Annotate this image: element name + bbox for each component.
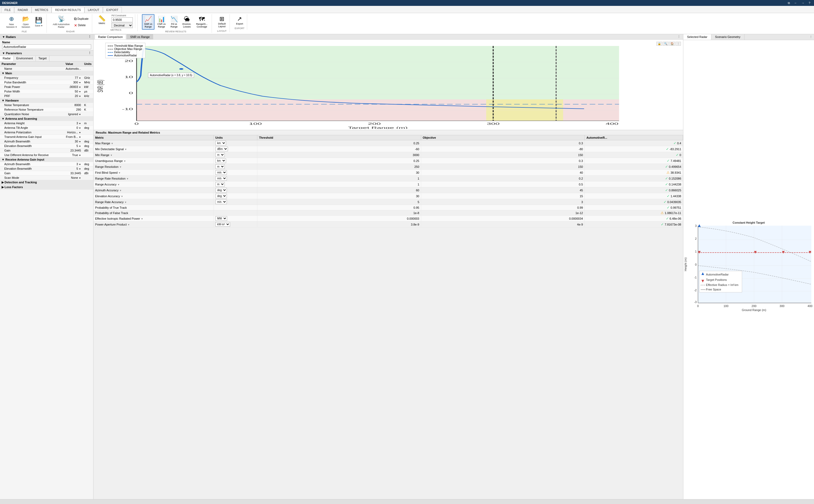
units-select[interactable]: deg xyxy=(215,194,227,198)
add-automotive-radar-button[interactable]: 📡 Add AutomotiveRadar xyxy=(51,14,72,30)
units-select[interactable]: km xyxy=(215,158,226,163)
tab-scenario-geometry[interactable]: Scenario Geometry xyxy=(711,34,745,40)
metric-dropdown[interactable]: ▼ xyxy=(110,154,113,157)
units-select[interactable]: m xyxy=(215,153,225,157)
metric-dropdown[interactable]: ▼ xyxy=(141,218,143,220)
chart-ctrl-4[interactable]: ⋮ xyxy=(676,42,681,46)
units-select[interactable]: m/s xyxy=(215,200,227,204)
param-group-receive-antenna-gain-input[interactable]: ▼ Receive Antenna Gain Input xyxy=(0,157,93,162)
dropdown-arrow[interactable]: ▼ xyxy=(79,177,81,179)
snr-vs-range-button[interactable]: 📈 SNR vsRange xyxy=(142,14,154,30)
dropdown-arrow[interactable]: ▼ xyxy=(79,154,81,157)
tab-review-results[interactable]: REVIEW RESULTS xyxy=(52,7,84,13)
back-btn[interactable]: ← xyxy=(793,1,799,5)
dropdown-arrow[interactable]: ▼ xyxy=(79,91,81,93)
tab-target-params[interactable]: Target xyxy=(36,56,50,61)
units-select[interactable]: m xyxy=(215,164,225,169)
radars-menu-icon[interactable]: ⋮ xyxy=(88,35,91,38)
forward-btn[interactable]: → xyxy=(800,1,806,5)
tab-metrics[interactable]: METRICS xyxy=(32,7,52,13)
dropdown-arrow[interactable]: ▼ xyxy=(79,131,81,134)
chart-ctrl-3[interactable]: 🏠 xyxy=(669,42,675,46)
metric-dropdown[interactable]: ▼ xyxy=(125,148,127,151)
chart-ctrl-1[interactable]: 🔒 xyxy=(656,42,662,46)
restore-btn[interactable]: ⧉ xyxy=(786,1,792,5)
tab-snr-vs-range[interactable]: SNR vs Range xyxy=(127,34,153,39)
duplicate-button[interactable]: ⧉ Duplicate xyxy=(73,16,90,22)
metric-dropdown[interactable]: ▼ xyxy=(124,201,127,204)
tab-selected-radar[interactable]: Selected Radar xyxy=(683,34,711,40)
units-select[interactable]: deg xyxy=(215,188,227,192)
pd-constraint-input[interactable] xyxy=(111,17,133,22)
chart-ctrl-2[interactable]: 🔍 xyxy=(663,42,669,46)
tab-layout[interactable]: LAYOUT xyxy=(84,7,103,13)
tab-file[interactable]: FILE xyxy=(1,7,14,13)
radar-name-input[interactable] xyxy=(2,44,91,49)
units-select[interactable]: dBm xyxy=(215,147,228,151)
tab-radar-params[interactable]: Radar xyxy=(0,56,14,61)
dropdown-arrow[interactable]: ▼ xyxy=(79,127,81,129)
metric-dropdown[interactable]: ▼ xyxy=(117,183,120,186)
parameters-header[interactable]: ▼ Parameters ⋮ xyxy=(0,51,93,56)
save-button[interactable]: 💾 Save ▾ xyxy=(33,15,44,28)
metric-dropdown[interactable]: ▼ xyxy=(121,195,123,198)
units-select[interactable]: m xyxy=(215,182,225,187)
metric-select[interactable]: Decimal xyxy=(111,23,133,28)
units-select[interactable]: km xyxy=(215,141,226,145)
param-group-main[interactable]: ▼ Main xyxy=(0,71,93,76)
cnr-vs-range-button[interactable]: 📊 CNR vsRange xyxy=(156,14,168,29)
dropdown-arrow[interactable]: ▼ xyxy=(79,163,81,166)
dropdown-arrow[interactable]: ▼ xyxy=(79,82,81,84)
default-layout-button[interactable]: ⊞ DefaultLayout xyxy=(216,14,228,29)
param-group-antenna-and-scanning[interactable]: ▼ Antenna and Scanning xyxy=(0,117,93,121)
duplicate-icon: ⧉ xyxy=(74,17,77,21)
results-table-container[interactable]: Metric Units Threshold Objective Automot… xyxy=(94,135,683,499)
main-layout: ▼ Radars ⋮ Name ▼ Parameters ⋮ Radar Env… xyxy=(0,34,814,499)
col-units: Units xyxy=(83,61,93,67)
param-section-loss-factors[interactable]: ▶ Loss Factors xyxy=(0,185,93,190)
units-select[interactable]: m/s xyxy=(215,170,227,175)
param-section-detection-and-tracking[interactable]: ▶ Detection and Tracking xyxy=(0,180,93,185)
help-btn[interactable]: ? xyxy=(807,1,812,5)
metric-dropdown[interactable]: ▼ xyxy=(126,177,129,180)
radars-section-header[interactable]: ▼ Radars ⋮ xyxy=(0,34,93,40)
metric-dropdown[interactable]: ▼ xyxy=(118,172,121,174)
dropdown-arrow[interactable]: ▼ xyxy=(79,168,81,170)
units-select[interactable]: m/s xyxy=(215,176,227,181)
metric-dropdown[interactable]: ▼ xyxy=(119,166,122,168)
metric-dropdown[interactable]: ▼ xyxy=(111,142,113,145)
status-warn-icon: ⚠ xyxy=(666,170,670,175)
tab-radar-comparison[interactable]: Radar Comparison xyxy=(95,34,126,39)
export-button[interactable]: ↗ Export xyxy=(234,14,245,26)
result-row: First Blind Speed ▼ m/s 30 40 ⚠ 38.9341 xyxy=(94,170,683,176)
tab-export[interactable]: EXPORT xyxy=(103,7,122,13)
dropdown-arrow[interactable]: ▼ xyxy=(79,141,81,143)
dropdown-arrow[interactable]: ▼ xyxy=(79,122,81,125)
param-group-hardware[interactable]: ▼ Hardware xyxy=(0,98,93,103)
units-select[interactable]: MW xyxy=(215,216,227,221)
chart-tab-more[interactable]: ⋮ xyxy=(676,34,682,39)
tab-radar[interactable]: RADAR xyxy=(14,7,32,13)
dropdown-arrow[interactable]: ▼ xyxy=(79,113,81,116)
metric-icon-btn[interactable]: 📏 Metric xyxy=(96,14,107,25)
tab-environment-params[interactable]: Environment xyxy=(14,56,36,61)
environ-losses-button[interactable]: 🌦 Environ.Losses xyxy=(181,14,193,29)
pd-vs-range-button[interactable]: 📉 Pd vsRange xyxy=(169,14,180,29)
delete-button[interactable]: ✕ Delete xyxy=(73,22,90,28)
right-tab-more[interactable]: ⋮ xyxy=(808,34,814,40)
units-select[interactable]: kW·m² xyxy=(215,222,230,227)
new-session-button[interactable]: ⊕ NewSession ▾ xyxy=(4,14,19,30)
metric-dropdown[interactable]: ▼ xyxy=(119,189,122,192)
dropdown-arrow[interactable]: ▼ xyxy=(79,145,81,148)
param-unit xyxy=(83,112,93,117)
metric-dropdown[interactable]: ▼ xyxy=(127,223,130,226)
range-coverage-button[interactable]: 🗺 Range/D...Coverage xyxy=(194,14,210,29)
dropdown-arrow[interactable]: ▼ xyxy=(79,77,81,79)
dropdown-arrow[interactable]: ▼ xyxy=(79,136,81,138)
dropdown-arrow[interactable]: ▼ xyxy=(79,86,81,88)
dropdown-arrow[interactable]: ▼ xyxy=(79,95,81,98)
metric-dropdown[interactable]: ▼ xyxy=(123,160,126,162)
th-metric: Metric xyxy=(94,135,214,140)
parameters-menu-icon[interactable]: ⋮ xyxy=(88,51,91,55)
open-session-button[interactable]: 📂 OpenSession xyxy=(20,14,32,30)
